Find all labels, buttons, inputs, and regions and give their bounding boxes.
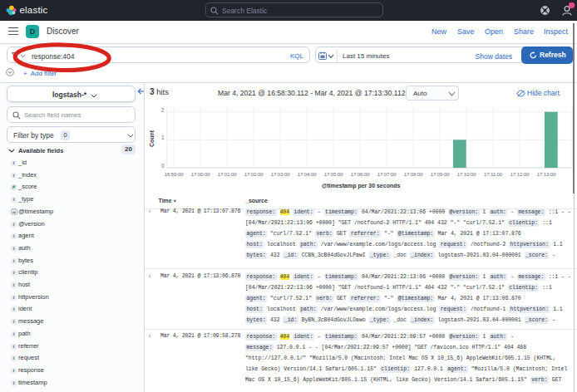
svg-text:17:13:00: 17:13:00 (537, 171, 556, 177)
svg-text:17:03:00: 17:03:00 (271, 171, 290, 177)
svg-text:2: 2 (161, 107, 165, 113)
svg-text:17:10:00: 17:10:00 (457, 171, 476, 177)
svg-text:17:02:00: 17:02:00 (244, 171, 264, 177)
svg-text:0: 0 (161, 163, 165, 169)
svg-text:1: 1 (161, 135, 165, 140)
svg-text:@timestamp per 30 seconds: @timestamp per 30 seconds (322, 183, 401, 189)
svg-text:17:08:00: 17:08:00 (404, 171, 423, 177)
svg-text:17:01:00: 17:01:00 (218, 171, 237, 177)
svg-text:17:09:00: 17:09:00 (431, 171, 450, 177)
svg-text:17:11:00: 17:11:00 (484, 171, 503, 177)
svg-text:17:04:00: 17:04:00 (298, 171, 317, 177)
svg-text:17:00:00: 17:00:00 (191, 171, 210, 177)
svg-text:16:59:00: 16:59:00 (165, 171, 184, 177)
svg-text:17:07:00: 17:07:00 (377, 171, 397, 177)
svg-text:Count: Count (149, 130, 155, 147)
svg-text:17:05:00: 17:05:00 (324, 171, 343, 177)
svg-text:17:06:00: 17:06:00 (351, 171, 370, 177)
svg-text:17:12:00: 17:12:00 (510, 171, 530, 177)
